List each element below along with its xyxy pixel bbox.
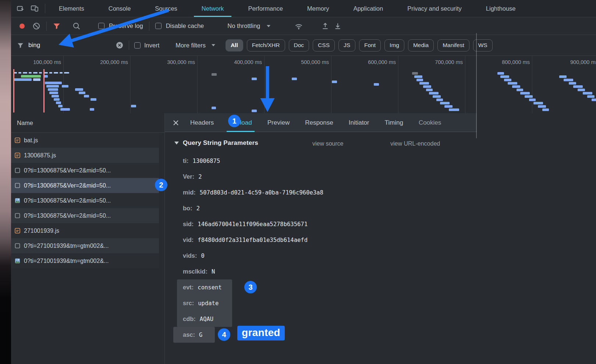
chip-img[interactable]: Img xyxy=(384,39,404,51)
clear-filter-icon[interactable] xyxy=(116,41,124,49)
tab-elements[interactable]: Elements xyxy=(47,0,96,17)
chip-media[interactable]: Media xyxy=(408,39,434,51)
search-icon[interactable] xyxy=(72,22,81,30)
script-file-icon xyxy=(15,228,20,233)
waterfall-bar xyxy=(429,92,439,94)
name-column-header[interactable]: Name xyxy=(11,113,164,133)
tab-performance[interactable]: Performance xyxy=(236,0,295,17)
filter-input[interactable] xyxy=(28,41,112,49)
query-string-params: ti:13006875 Ver:2 mid:507d803d-d021-4c59… xyxy=(165,153,596,343)
param-key: asc: xyxy=(183,331,195,338)
param-key: bo: xyxy=(183,205,192,212)
throttling-select[interactable]: No throttling xyxy=(227,22,260,29)
tab-response[interactable]: Response xyxy=(297,113,341,132)
tab-application[interactable]: Application xyxy=(341,0,395,17)
tab-payload[interactable]: Payload xyxy=(221,113,259,132)
waterfall-bar xyxy=(64,72,69,74)
divider xyxy=(46,21,47,31)
network-toolbar: Preserve log Disable cache No throttling xyxy=(11,17,596,35)
filter-funnel-icon[interactable] xyxy=(53,22,61,30)
waterfall-bar xyxy=(592,99,596,101)
script-file-icon xyxy=(15,153,20,158)
table-row[interactable]: 0?ti=271001939&tm=gtm002&... xyxy=(11,238,159,253)
disable-cache-checkbox[interactable] xyxy=(155,23,162,29)
param-key: Ver: xyxy=(183,173,194,180)
image-file-icon xyxy=(15,258,20,264)
gridline xyxy=(130,56,131,113)
view-source-link[interactable]: view source xyxy=(312,140,343,147)
table-row[interactable]: 271001939.js xyxy=(11,223,159,238)
preserve-log-checkbox[interactable] xyxy=(98,23,104,29)
import-har-icon[interactable] xyxy=(321,22,329,30)
waterfall-bar xyxy=(84,95,89,97)
tab-network[interactable]: Network xyxy=(189,0,236,17)
chip-all[interactable]: All xyxy=(226,39,243,51)
tab-lighthouse[interactable]: Lighthouse xyxy=(474,0,528,17)
waterfall-bar xyxy=(578,89,585,91)
view-url-encoded-link[interactable]: view URL-encoded xyxy=(390,140,440,147)
param-key: ti: xyxy=(183,157,189,164)
table-row-selected[interactable]: 0?ti=13006875&Ver=2&mid=50... xyxy=(11,178,159,193)
request-name: 271001939.js xyxy=(24,228,59,234)
param-value: 13006875 xyxy=(193,158,220,164)
device-toolbar-icon[interactable] xyxy=(30,4,39,13)
tab-console[interactable]: Console xyxy=(96,0,143,17)
invert-checkbox[interactable] xyxy=(134,42,141,49)
expand-triangle-icon[interactable] xyxy=(174,142,179,144)
param-value: update xyxy=(198,300,219,307)
clear-log-icon[interactable] xyxy=(32,22,40,30)
waterfall-overview[interactable]: 100,000 ms 200,000 ms 300,000 ms 400,000… xyxy=(11,56,596,114)
inspect-element-icon[interactable] xyxy=(16,4,25,13)
param-key: cdb: xyxy=(183,315,196,322)
tab-preview[interactable]: Preview xyxy=(260,113,297,132)
waterfall-event-line xyxy=(13,69,14,113)
tab-initiator[interactable]: Initiator xyxy=(341,113,377,132)
devtools-tab-bar: Elements Console Sources Network Perform… xyxy=(11,0,596,17)
waterfall-bar xyxy=(520,92,530,94)
gridline xyxy=(398,56,398,113)
table-row[interactable]: 0?ti=13006875&Ver=2&mid=50... xyxy=(11,208,159,223)
generic-file-icon xyxy=(15,213,20,218)
table-row[interactable]: 0?ti=13006875&Ver=2&mid=50... xyxy=(11,193,159,208)
table-row[interactable]: 0?ti=271001939&tm=gtm002&... xyxy=(11,253,159,268)
export-har-icon[interactable] xyxy=(334,22,342,30)
waterfall-bar xyxy=(21,75,41,78)
param-row: mid:507d803d-d021-4c59-a0ba-7196c960e3a8 xyxy=(165,185,596,200)
record-button[interactable] xyxy=(19,24,25,29)
waterfall-bar xyxy=(60,108,70,111)
close-icon[interactable] xyxy=(172,119,180,126)
gridline xyxy=(465,56,465,113)
dropdown-caret-icon xyxy=(267,25,270,27)
waterfall-bar xyxy=(332,81,337,83)
waterfall-bar xyxy=(412,72,418,75)
preserve-log-label[interactable]: Preserve log xyxy=(109,22,143,29)
tab-privacy-security[interactable]: Privacy and security xyxy=(395,0,474,17)
table-row[interactable]: bat.js xyxy=(11,133,159,148)
chip-css[interactable]: CSS xyxy=(313,39,335,51)
chip-js[interactable]: JS xyxy=(338,39,355,51)
tab-timing[interactable]: Timing xyxy=(377,113,411,132)
ruler-label: 800,000 ms xyxy=(493,59,530,65)
gridline xyxy=(331,56,331,113)
disable-cache-label[interactable]: Disable cache xyxy=(166,22,204,29)
more-filters-button[interactable]: More filters xyxy=(175,42,206,49)
chip-fetch-xhr[interactable]: Fetch/XHR xyxy=(247,39,285,51)
table-row[interactable]: 0?ti=13006875&Ver=2&mid=50... xyxy=(11,163,159,178)
invert-label[interactable]: Invert xyxy=(144,42,159,49)
chip-font[interactable]: Font xyxy=(359,39,381,51)
tab-memory[interactable]: Memory xyxy=(295,0,341,17)
waterfall-bar xyxy=(39,72,42,74)
table-row[interactable]: 13006875.js xyxy=(11,148,159,163)
tab-cookies[interactable]: Cookies xyxy=(411,113,449,132)
waterfall-bar xyxy=(423,85,431,88)
waterfall-bar xyxy=(18,72,21,74)
waterfall-bar xyxy=(13,78,32,81)
detail-tab-strip: Headers Payload Preview Response Initiat… xyxy=(165,113,596,132)
network-conditions-icon[interactable] xyxy=(294,22,304,31)
chip-manifest[interactable]: Manifest xyxy=(437,39,469,51)
waterfall-bar xyxy=(419,82,429,85)
tab-headers[interactable]: Headers xyxy=(182,113,221,132)
tab-sources[interactable]: Sources xyxy=(143,0,189,17)
desktop-background xyxy=(0,0,11,364)
chip-doc[interactable]: Doc xyxy=(289,39,309,51)
